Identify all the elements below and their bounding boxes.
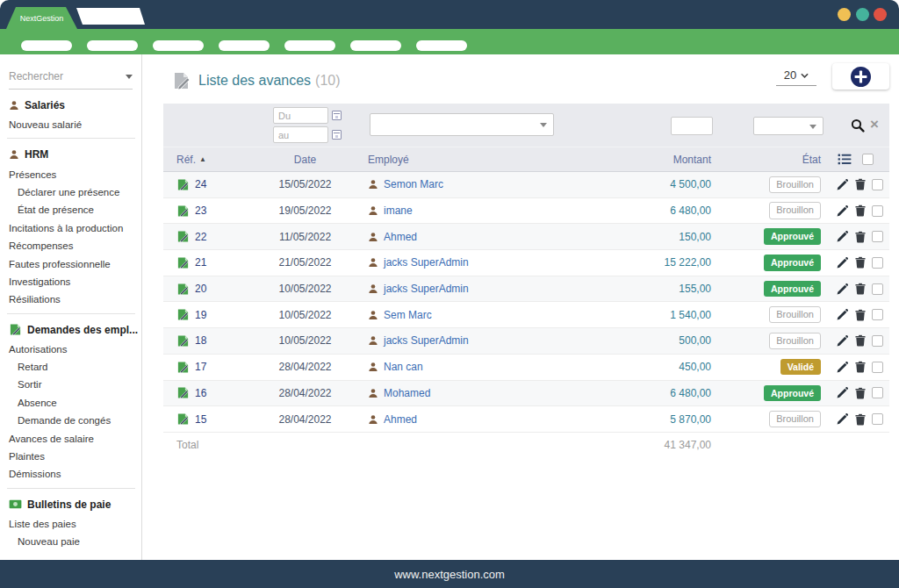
row-checkbox[interactable] — [872, 257, 883, 269]
delete-icon[interactable] — [855, 387, 866, 399]
nav-menu-item-3[interactable] — [153, 40, 204, 51]
delete-icon[interactable] — [855, 231, 866, 243]
ref-link[interactable]: 15 — [195, 413, 206, 426]
list-icon[interactable] — [838, 154, 852, 165]
sidebar-item-resiliations[interactable]: Résiliations — [0, 290, 141, 308]
calendar-icon[interactable] — [332, 130, 342, 140]
amount-filter-input[interactable] — [671, 117, 713, 135]
row-checkbox[interactable] — [872, 205, 883, 217]
sidebar-item-incitations-a-la-production[interactable]: Incitations à la production — [0, 219, 141, 237]
nav-menu-item-6[interactable] — [350, 40, 401, 51]
sidebar-section-bulletins-de-paie[interactable]: Bulletins de paie — [9, 496, 133, 513]
delete-icon[interactable] — [855, 204, 866, 217]
delete-icon[interactable] — [855, 361, 866, 373]
delete-icon[interactable] — [855, 178, 866, 190]
row-checkbox[interactable] — [872, 387, 883, 398]
row-checkbox[interactable] — [872, 231, 883, 242]
sidebar-item-fautes-professionnelle[interactable]: Fautes professionnelle — [0, 255, 141, 272]
employee-filter-select[interactable] — [370, 113, 554, 136]
sidebar-item-sortir[interactable]: Sortir — [0, 376, 141, 393]
sidebar-item-presences[interactable]: Présences — [0, 165, 141, 183]
nav-menu-item-2[interactable] — [87, 40, 138, 51]
sidebar-item-liste-des-paies[interactable]: Liste des paies — [0, 515, 141, 533]
ref-link[interactable]: 24 — [195, 178, 206, 190]
brand-logo[interactable]: NextGestion — [6, 7, 77, 29]
window-close-dot[interactable] — [874, 8, 887, 21]
nav-menu-item-1[interactable] — [21, 40, 72, 51]
edit-icon[interactable] — [836, 283, 849, 296]
employee-link[interactable]: Nan can — [384, 361, 423, 373]
status-filter-select[interactable] — [753, 117, 823, 135]
ref-link[interactable]: 20 — [195, 283, 206, 295]
search-icon[interactable] — [851, 118, 865, 133]
ref-link[interactable]: 23 — [195, 204, 206, 217]
delete-icon[interactable] — [855, 334, 866, 347]
nav-menu-item-4[interactable] — [219, 40, 270, 51]
sidebar-item-investigations[interactable]: Investigations — [0, 273, 141, 290]
edit-icon[interactable] — [836, 178, 849, 191]
calendar-icon[interactable] — [332, 111, 342, 120]
row-checkbox[interactable] — [872, 309, 883, 320]
date-to-input[interactable]: au — [273, 126, 328, 143]
edit-icon[interactable] — [836, 204, 849, 218]
sidebar-item-autorisations[interactable]: Autorisations — [0, 341, 141, 358]
sidebar-item-demande-de-conges[interactable]: Demande de congés — [0, 412, 141, 429]
ref-link[interactable]: 17 — [195, 361, 206, 373]
sidebar-item-absence[interactable]: Absence — [0, 394, 141, 412]
sidebar-section-hrm[interactable]: HRM — [9, 146, 133, 163]
employee-link[interactable]: Semon Marc — [384, 178, 443, 190]
row-checkbox[interactable] — [872, 413, 883, 425]
edit-icon[interactable] — [836, 334, 849, 348]
row-checkbox[interactable] — [872, 335, 883, 347]
delete-icon[interactable] — [855, 256, 866, 269]
edit-icon[interactable] — [836, 361, 849, 374]
sidebar-section-salaries[interactable]: Salariés — [9, 97, 133, 114]
sidebar-item-nouveau-paie[interactable]: Nouveau paie — [0, 533, 141, 550]
sidebar-item-avances-de-salaire[interactable]: Avances de salaire — [0, 429, 141, 447]
edit-icon[interactable] — [836, 386, 849, 399]
row-checkbox[interactable] — [872, 283, 883, 295]
window-minimize-dot[interactable] — [838, 8, 851, 21]
sidebar-section-demandes-des-empl[interactable]: Demandes des empl... — [9, 321, 133, 339]
employee-link[interactable]: jacks SuperAdmin — [384, 283, 469, 295]
sidebar-item-nouveau-salarie[interactable]: Nouveau salarié — [0, 116, 141, 133]
delete-icon[interactable] — [855, 283, 866, 295]
window-maximize-dot[interactable] — [856, 8, 869, 21]
clear-filter-icon[interactable]: × — [870, 114, 879, 135]
employee-link[interactable]: Ahmed — [384, 231, 417, 243]
employee-link[interactable]: Ahmed — [384, 413, 417, 426]
employee-link[interactable]: Sem Marc — [384, 309, 432, 321]
date-from-input[interactable]: Du — [273, 107, 328, 124]
employee-link[interactable]: jacks SuperAdmin — [384, 256, 469, 269]
edit-icon[interactable] — [836, 230, 849, 243]
add-advance-button[interactable] — [832, 63, 889, 90]
nav-menu-item-7[interactable] — [416, 40, 467, 51]
employee-link[interactable]: imane — [384, 204, 413, 217]
sidebar-item-retard[interactable]: Retard — [0, 358, 141, 376]
edit-icon[interactable] — [836, 308, 849, 321]
sidebar-search[interactable]: Rechercher — [9, 70, 133, 90]
sidebar-item-plaintes[interactable]: Plaintes — [0, 448, 141, 465]
column-header-ref[interactable]: Réf.▲ — [163, 154, 260, 166]
ref-link[interactable]: 19 — [195, 309, 206, 321]
employee-link[interactable]: jacks SuperAdmin — [384, 334, 469, 347]
page-size-select[interactable]: 20 — [776, 68, 816, 86]
sidebar-item-etat-de-presence[interactable]: État de présence — [0, 201, 141, 219]
row-checkbox[interactable] — [872, 362, 883, 373]
delete-icon[interactable] — [855, 413, 866, 426]
select-all-checkbox[interactable] — [862, 154, 874, 165]
employee-link[interactable]: Mohamed — [384, 387, 430, 399]
ref-link[interactable]: 21 — [195, 256, 206, 269]
nav-menu-item-5[interactable] — [284, 40, 335, 51]
edit-icon[interactable] — [836, 256, 849, 269]
edit-icon[interactable] — [836, 412, 849, 426]
ref-link[interactable]: 18 — [195, 334, 206, 347]
advance-doc-icon — [176, 412, 190, 426]
ref-link[interactable]: 16 — [195, 387, 206, 399]
ref-link[interactable]: 22 — [195, 231, 206, 243]
row-checkbox[interactable] — [872, 179, 883, 190]
sidebar-item-declarer-une-presence[interactable]: Déclarer une présence — [0, 183, 141, 201]
delete-icon[interactable] — [855, 309, 866, 321]
sidebar-item-recompenses[interactable]: Récompenses — [0, 237, 141, 255]
sidebar-item-demissions[interactable]: Démissions — [0, 465, 141, 483]
